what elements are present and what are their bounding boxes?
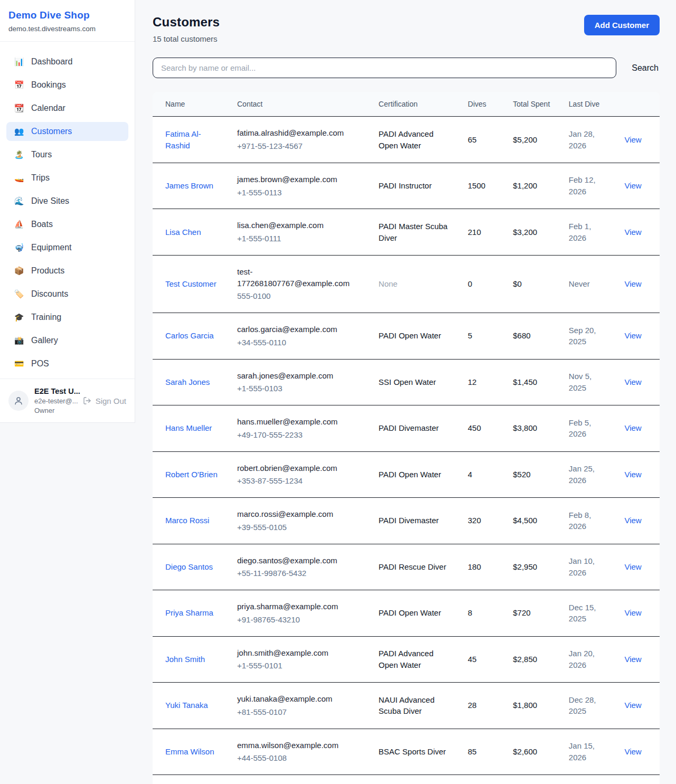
view-customer-link[interactable]: View <box>624 135 641 144</box>
table-row: Emma Wilson emma.wilson@example.com +44-… <box>153 729 660 775</box>
certification-text: PADI Rescue Diver <box>379 562 446 571</box>
sidebar-item-equipment[interactable]: 🤿 Equipment <box>6 238 128 257</box>
view-customer-link[interactable]: View <box>624 279 641 288</box>
sidebar-item-tours[interactable]: 🏝️ Tours <box>6 145 128 164</box>
column-header-name: Name <box>153 92 229 117</box>
customer-name-link[interactable]: Yuki Tanaka <box>165 700 208 711</box>
user-role: Owner <box>34 407 77 414</box>
customer-name-link[interactable]: Emma Wilson <box>165 746 214 758</box>
customer-name-link[interactable]: Diego Santos <box>165 561 213 573</box>
sign-out-button[interactable]: Sign Out <box>83 396 126 405</box>
customer-email: diego.santos@example.com <box>237 555 362 566</box>
view-customer-link[interactable]: View <box>624 331 641 340</box>
products-icon: 📦 <box>14 267 24 275</box>
view-customer-link[interactable]: View <box>624 516 641 525</box>
customer-name-link[interactable]: Robert O'Brien <box>165 469 218 480</box>
table-row: Diego Santos diego.santos@example.com +5… <box>153 544 660 590</box>
customer-email: sarah.jones@example.com <box>237 370 362 382</box>
dives-count: 450 <box>468 423 481 432</box>
certification-text: PADI Open Water <box>379 608 441 617</box>
last-dive-date: Never <box>569 279 590 288</box>
sidebar-item-pos[interactable]: 💳 POS <box>6 354 128 373</box>
last-dive-date: Jan 20, 2026 <box>569 649 595 669</box>
boats-icon: ⛵ <box>14 221 24 229</box>
view-customer-link[interactable]: View <box>624 181 641 190</box>
sidebar-nav: 📊 Dashboard 📅 Bookings 📆 Calendar 👥 Cust… <box>0 42 135 379</box>
equipment-icon: 🤿 <box>14 244 24 252</box>
total-spent: $5,200 <box>513 135 537 144</box>
trips-icon: 🚤 <box>14 174 24 182</box>
customer-name-link[interactable]: Marco Rossi <box>165 515 209 526</box>
sidebar-item-discounts[interactable]: 🏷️ Discounts <box>6 285 128 304</box>
add-customer-button[interactable]: Add Customer <box>584 15 660 35</box>
table-row: Priya Sharma priya.sharma@example.com +9… <box>153 590 660 637</box>
customer-count: 15 total customers <box>153 34 220 43</box>
customer-phone: +34-555-0110 <box>237 337 362 348</box>
view-customer-link[interactable]: View <box>624 701 641 710</box>
sidebar-item-trips[interactable]: 🚤 Trips <box>6 168 128 187</box>
table-row: Hans Mueller hans.mueller@example.com +4… <box>153 405 660 452</box>
customer-name-link[interactable]: Fatima Al-Rashid <box>165 128 220 152</box>
view-customer-link[interactable]: View <box>624 228 641 237</box>
view-customer-link[interactable]: View <box>624 377 641 386</box>
sidebar-item-boats[interactable]: ⛵ Boats <box>6 215 128 234</box>
customer-name-link[interactable]: Carlos Garcia <box>165 330 214 342</box>
total-spent: $3,800 <box>513 423 537 432</box>
table-row: Robert O'Brien robert.obrien@example.com… <box>153 451 660 498</box>
last-dive-date: Sep 20, 2025 <box>569 326 596 346</box>
customers-table-card: NameContactCertificationDivesTotal Spent… <box>153 92 660 784</box>
tours-icon: 🏝️ <box>14 151 24 159</box>
sidebar-item-dashboard[interactable]: 📊 Dashboard <box>6 52 128 71</box>
sidebar-item-gallery[interactable]: 📸 Gallery <box>6 331 128 350</box>
table-row: Sarah Jones sarah.jones@example.com +1-5… <box>153 359 660 405</box>
view-customer-link[interactable]: View <box>624 470 641 479</box>
total-spent: $520 <box>513 470 530 479</box>
dashboard-icon: 📊 <box>14 58 24 66</box>
customer-phone: +91-98765-43210 <box>237 614 362 626</box>
view-customer-link[interactable]: View <box>624 608 641 617</box>
last-dive-date: Feb 1, 2026 <box>569 222 592 242</box>
title-block: Customers 15 total customers <box>153 15 220 43</box>
table-row: Yuki Tanaka yuki.tanaka@example.com +81-… <box>153 683 660 729</box>
shop-name: Demo Dive Shop <box>8 10 126 21</box>
customer-name-link[interactable]: Hans Mueller <box>165 422 212 434</box>
table-row: Fatima Al-Rashid fatima.alrashid@example… <box>153 117 660 163</box>
customer-name-link[interactable]: John Smith <box>165 654 205 665</box>
customer-phone: +353-87-555-1234 <box>237 475 362 487</box>
customer-name-link[interactable]: Lisa Chen <box>165 226 201 238</box>
customer-name-link[interactable]: James Brown <box>165 180 213 192</box>
view-customer-link[interactable]: View <box>624 655 641 664</box>
last-dive-date: Dec 28, 2025 <box>569 695 596 716</box>
total-spent: $2,950 <box>513 562 537 571</box>
total-spent: $0 <box>513 279 522 288</box>
customer-email: james.brown@example.com <box>237 174 362 185</box>
certification-text: PADI Open Water <box>379 331 441 340</box>
view-customer-link[interactable]: View <box>624 747 641 756</box>
search-input[interactable] <box>153 58 616 78</box>
view-customer-link[interactable]: View <box>624 423 641 432</box>
sidebar-item-training[interactable]: 🎓 Training <box>6 308 128 327</box>
last-dive-date: Feb 12, 2026 <box>569 175 596 196</box>
user-icon <box>14 396 23 405</box>
customer-phone: +971-55-123-4567 <box>237 140 362 152</box>
sidebar-item-bookings[interactable]: 📅 Bookings <box>6 75 128 95</box>
user-email: e2e-tester@... <box>34 397 77 405</box>
dives-count: 45 <box>468 655 477 664</box>
customer-name-link[interactable]: Sarah Jones <box>165 376 210 388</box>
dives-count: 1500 <box>468 181 485 190</box>
dive-sites-icon: 🌊 <box>14 197 24 205</box>
sidebar-item-products[interactable]: 📦 Products <box>6 261 128 280</box>
customer-phone: +1-555-0111 <box>237 233 362 244</box>
sidebar-item-dive-sites[interactable]: 🌊 Dive Sites <box>6 192 128 211</box>
sidebar-item-customers[interactable]: 👥 Customers <box>6 122 128 141</box>
view-customer-link[interactable]: View <box>624 562 641 571</box>
customer-email: marco.rossi@example.com <box>237 508 362 520</box>
customer-name-link[interactable]: Priya Sharma <box>165 607 213 619</box>
dives-count: 210 <box>468 228 481 237</box>
customer-name-link[interactable]: Test Customer <box>165 278 217 290</box>
dives-count: 5 <box>468 331 472 340</box>
sidebar-item-calendar[interactable]: 📆 Calendar <box>6 99 128 118</box>
total-spent: $2,600 <box>513 747 537 756</box>
customer-email: hans.mueller@example.com <box>237 416 362 428</box>
search-button[interactable]: Search <box>631 61 660 75</box>
